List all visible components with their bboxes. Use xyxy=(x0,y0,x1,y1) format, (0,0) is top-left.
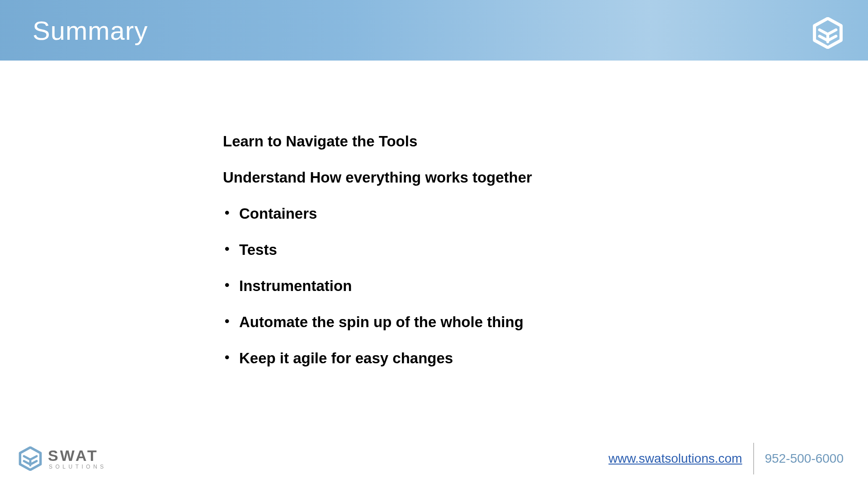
bullet-list: Containers Tests Instrumentation Automat… xyxy=(223,205,532,367)
hexagon-logo-icon xyxy=(812,17,844,49)
vertical-divider xyxy=(753,443,754,474)
brand-text-block: SWAT SOLUTIONS xyxy=(48,448,107,469)
brandmark-icon xyxy=(18,446,42,471)
bullet-item: Keep it agile for easy changes xyxy=(223,350,532,367)
footer-brand: SWAT SOLUTIONS xyxy=(18,446,107,471)
bullet-item: Instrumentation xyxy=(223,277,532,295)
content-heading-1: Learn to Navigate the Tools xyxy=(223,133,532,150)
slide-summary: Summary Learn to Navigate the Tools Unde… xyxy=(0,0,868,488)
title-banner: Summary xyxy=(0,0,868,61)
website-link[interactable]: www.swatsolutions.com xyxy=(609,451,742,466)
bullet-item: Tests xyxy=(223,241,532,258)
brand-tagline: SOLUTIONS xyxy=(48,464,107,469)
bullet-item: Containers xyxy=(223,205,532,222)
content-heading-2: Understand How everything works together xyxy=(223,169,532,186)
footer: SWAT SOLUTIONS www.swatsolutions.com 952… xyxy=(0,443,868,474)
footer-contact: www.swatsolutions.com 952-500-6000 xyxy=(609,443,844,474)
phone-number: 952-500-6000 xyxy=(765,451,844,466)
slide-title: Summary xyxy=(33,15,148,46)
content-block: Learn to Navigate the Tools Understand H… xyxy=(223,133,532,386)
bullet-item: Automate the spin up of the whole thing xyxy=(223,314,532,331)
brand-name: SWAT xyxy=(48,448,107,463)
